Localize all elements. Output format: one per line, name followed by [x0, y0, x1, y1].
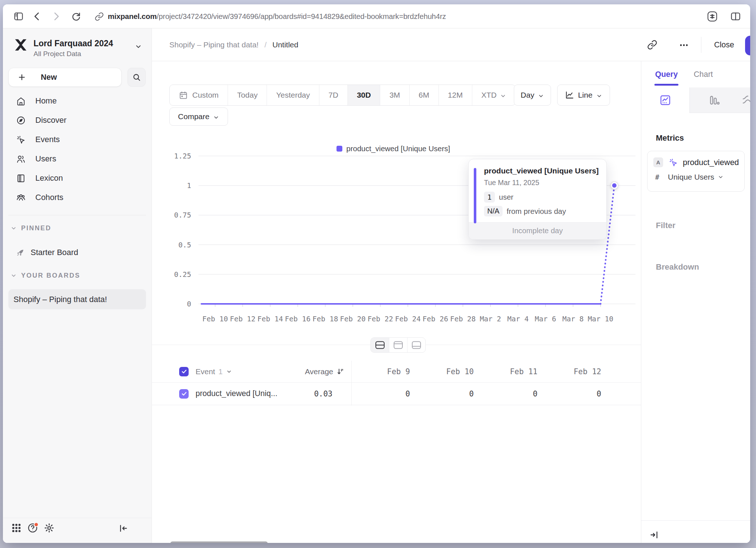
- browser-reload-icon[interactable]: [71, 11, 82, 22]
- range-7d[interactable]: 7D: [319, 85, 347, 105]
- tooltip-series-bar: [474, 168, 476, 223]
- url-path: /project/3472420/view/3974696/app/boards…: [157, 12, 446, 20]
- metric-card[interactable]: A product_viewed # Unique Users: [647, 151, 745, 192]
- browser-sidebar-toggle-icon[interactable]: [13, 11, 24, 22]
- report-type-flows-clipped[interactable]: [738, 87, 750, 113]
- sidebar-item-home[interactable]: Home: [8, 92, 147, 110]
- sidebar-footer-divider: [3, 518, 152, 518]
- split-layout-icon: [375, 341, 385, 349]
- table-row[interactable]: product_viewed [Uniq... 0.03 0 0 0 0: [152, 383, 641, 405]
- sidebar-item-label: Users: [35, 154, 56, 164]
- new-button-label: New: [41, 73, 57, 82]
- breadcrumb: Shopify – Piping that data! / Untitled: [169, 28, 298, 61]
- sidebar-board-item-active[interactable]: Shopify – Piping that data!: [8, 289, 146, 309]
- sidebar-item-label: Cohorts: [35, 193, 63, 202]
- chevron-down-icon: [500, 92, 506, 98]
- range-xtd[interactable]: XTD: [472, 85, 515, 105]
- tooltip-delta: N/A: [484, 206, 503, 216]
- event-column-label: Event: [196, 367, 215, 376]
- save-button-clipped[interactable]: [745, 36, 750, 55]
- breadcrumb-separator: /: [264, 40, 267, 49]
- metric-aggregation-value: Unique Users: [668, 173, 714, 181]
- close-button[interactable]: Close: [714, 28, 734, 61]
- chevron-down-icon: [596, 92, 602, 98]
- tab-query[interactable]: Query: [655, 70, 678, 79]
- your-boards-section-toggle[interactable]: YOUR BOARDS: [11, 272, 80, 279]
- tab-chart[interactable]: Chart: [694, 70, 713, 79]
- new-button[interactable]: New: [8, 68, 122, 87]
- range-30d-active[interactable]: 30D: [347, 85, 380, 105]
- range-6m[interactable]: 6M: [409, 85, 438, 105]
- filter-heading: Filter: [656, 221, 676, 230]
- chevron-down-icon: [11, 273, 17, 279]
- sidebar-item-starter-board[interactable]: Starter Board: [8, 244, 147, 261]
- tooltip-unit: user: [499, 193, 513, 201]
- app-launcher-grid-icon[interactable]: [11, 522, 22, 533]
- chart-legend[interactable]: product_viewed [Unique Users]: [336, 144, 450, 153]
- copy-link-icon[interactable]: [647, 40, 657, 50]
- x-axis-tick: Feb 28: [449, 315, 477, 323]
- range-3m[interactable]: 3M: [380, 85, 409, 105]
- layout-split-button[interactable]: [371, 338, 389, 352]
- settings-gear-icon[interactable]: [44, 522, 55, 533]
- sidebar-item-discover[interactable]: Discover: [8, 111, 147, 129]
- sidebar-item-lexicon[interactable]: Lexicon: [8, 169, 147, 187]
- report-type-tabs: [641, 87, 750, 113]
- aggregation-dropdown[interactable]: # Unique Users: [647, 167, 744, 181]
- granularity-dropdown[interactable]: Day: [514, 85, 551, 106]
- chart-style-dropdown[interactable]: Line: [557, 85, 610, 106]
- browser-forward-icon[interactable]: [51, 11, 62, 22]
- x-axis-tick: Mar 4: [504, 315, 532, 323]
- home-icon: [16, 96, 26, 106]
- report-type-funnels[interactable]: [690, 87, 738, 113]
- breadcrumb-page-title[interactable]: Untitled: [272, 40, 298, 49]
- your-boards-section-label: YOUR BOARDS: [21, 272, 80, 279]
- compare-label: Compare: [178, 112, 209, 121]
- layout-chart-only-button[interactable]: [389, 338, 407, 352]
- event-count: 1: [218, 367, 223, 376]
- pinned-section-label: PINNED: [21, 224, 51, 232]
- layout-table-only-button[interactable]: [407, 338, 425, 352]
- range-today[interactable]: Today: [228, 85, 267, 105]
- event-dropdown-chevron-icon[interactable]: [226, 369, 232, 375]
- horizontal-scrollbar[interactable]: [170, 541, 268, 543]
- x-axis-tick: Feb 26: [422, 315, 449, 323]
- compass-icon: [16, 116, 26, 125]
- collapse-panel-icon[interactable]: [649, 530, 659, 540]
- workspace-switcher[interactable]: Lord Farquaad 2024 All Project Data: [34, 39, 141, 60]
- range-custom[interactable]: Custom: [170, 85, 228, 105]
- y-axis-tick: 0.75: [152, 211, 191, 219]
- range-yesterday[interactable]: Yesterday: [267, 85, 319, 105]
- data-point-mar-11[interactable]: [611, 182, 618, 189]
- sidebar-item-events[interactable]: Events: [8, 131, 147, 148]
- bars-icon: [708, 94, 720, 106]
- sidebar-item-label: Events: [35, 135, 60, 144]
- row-cell-value: 0: [543, 390, 606, 398]
- query-panel: Query Chart: [641, 61, 750, 543]
- sort-icon[interactable]: [336, 367, 345, 376]
- select-all-checkbox[interactable]: [179, 367, 189, 376]
- active-board-label: Shopify – Piping that data!: [13, 295, 107, 304]
- sidebar-item-label: Discover: [35, 116, 67, 125]
- date-column-header: Feb 11: [479, 367, 543, 376]
- more-options-icon[interactable]: [679, 40, 689, 50]
- workspace-chevron-down-icon[interactable]: [135, 43, 142, 50]
- browser-back-icon[interactable]: [31, 11, 42, 22]
- sidebar-item-cohorts[interactable]: Cohorts: [8, 189, 147, 206]
- report-type-insights-active[interactable]: [641, 87, 690, 113]
- metric-series-badge: A: [653, 157, 663, 167]
- range-12m[interactable]: 12M: [438, 85, 472, 105]
- x-axis-tick: Feb 24: [394, 315, 422, 323]
- browser-page-settings-icon[interactable]: [706, 10, 719, 23]
- address-bar[interactable]: mixpanel.com/project/3472420/view/397469…: [108, 4, 446, 28]
- collapse-sidebar-icon[interactable]: [118, 523, 128, 533]
- sidebar-item-users[interactable]: Users: [8, 150, 147, 168]
- search-button[interactable]: [127, 68, 146, 87]
- browser-split-view-icon[interactable]: [730, 11, 741, 22]
- row-checkbox[interactable]: [179, 389, 189, 399]
- compare-dropdown[interactable]: Compare: [169, 107, 228, 126]
- breadcrumb-board-link[interactable]: Shopify – Piping that data!: [169, 40, 259, 49]
- flows-icon: [742, 94, 750, 106]
- help-icon[interactable]: [27, 522, 39, 534]
- pinned-section-toggle[interactable]: PINNED: [11, 224, 51, 232]
